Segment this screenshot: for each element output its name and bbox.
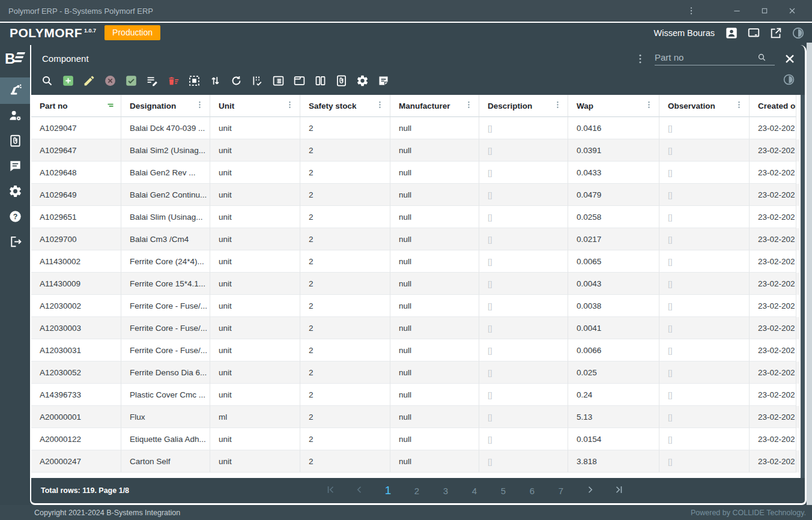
- table-wrap: Part noDesignationUnitSafety stockManufa…: [31, 95, 805, 478]
- panel-close-button[interactable]: [783, 52, 796, 65]
- column-menu-icon[interactable]: [195, 100, 205, 112]
- column-menu-icon[interactable]: [553, 100, 563, 112]
- column-menu-icon[interactable]: [375, 100, 385, 112]
- page-number-3[interactable]: 3: [437, 482, 455, 500]
- toolbar-delete-sweep-button[interactable]: [167, 76, 180, 88]
- toolbar-add-button[interactable]: [62, 76, 74, 88]
- last-page-button[interactable]: [610, 482, 628, 500]
- cell-description: []: [479, 428, 568, 450]
- toolbar-edit-list-button[interactable]: [146, 76, 159, 88]
- column-header-part-no[interactable]: Part no: [31, 95, 121, 117]
- table-row[interactable]: A11430009Ferrite Core 15*4.1...unit2null…: [31, 273, 799, 295]
- column-header-created-on[interactable]: Created on: [750, 95, 796, 117]
- cell-created-on: 23-02-202: [750, 184, 796, 206]
- page-number-5[interactable]: 5: [494, 482, 512, 500]
- sidebar-item-help[interactable]: ?: [0, 205, 30, 230]
- cell-designation: Flux: [121, 406, 210, 428]
- page-number-2[interactable]: 2: [408, 482, 426, 500]
- column-header-manufacturer[interactable]: Manufacturer: [390, 95, 479, 117]
- vertical-scrollbar[interactable]: [799, 95, 805, 478]
- table-row[interactable]: A1029651Balai Slim (Usinag...unit2null[]…: [31, 206, 799, 228]
- pagination-bar: Total rows: 119. Page 1/8 1234567: [31, 478, 805, 503]
- column-menu-icon[interactable]: [464, 100, 474, 112]
- panel-menu-button[interactable]: [634, 53, 646, 65]
- toolbar-refresh-button[interactable]: [230, 76, 243, 88]
- cell-created-on: 23-02-202: [750, 228, 796, 250]
- status-bar: Copyright 2021-2024 B-Systems Integratio…: [0, 505, 812, 520]
- toolbar-cancel-button[interactable]: [104, 76, 117, 88]
- table-row[interactable]: A1029647Balai Sim2 (Usinag...unit2null[]…: [31, 139, 799, 162]
- cell-unit: unit: [210, 295, 300, 317]
- table-row[interactable]: A12030003Ferrite Core - Fuse/...unit2nul…: [31, 317, 799, 339]
- table-row[interactable]: A11430002Ferrite Core (24*4)...unit2null…: [31, 250, 799, 273]
- toolbar-swap-vert-button[interactable]: [209, 76, 222, 88]
- column-header-wap[interactable]: Wap: [568, 95, 659, 117]
- display-mode-button[interactable]: [747, 26, 760, 40]
- toolbar-edit-button[interactable]: [83, 76, 95, 88]
- next-page-button[interactable]: [581, 482, 599, 500]
- column-menu-icon[interactable]: [285, 100, 295, 112]
- toolbar-search-button[interactable]: [41, 76, 53, 88]
- table-row[interactable]: A14396733Plastic Cover Cmc ...unit2null[…: [31, 384, 799, 406]
- column-header-observation[interactable]: Observation: [659, 95, 750, 117]
- page-scrollbar[interactable]: [807, 43, 812, 505]
- table-row[interactable]: A12030002Ferrite Core - Fuse/...unit2nul…: [31, 295, 799, 317]
- table-row[interactable]: A1029700Balai Cm3 /Cm4unit2null[]0.0217[…: [31, 228, 799, 250]
- sidebar-item-brand-logo[interactable]: B: [0, 46, 30, 73]
- column-header-unit[interactable]: Unit: [210, 95, 300, 117]
- search-submit-button[interactable]: [757, 52, 767, 62]
- column-menu-icon[interactable]: [644, 100, 654, 112]
- table-row[interactable]: A1029047Balai Dck 470-039 ...unit2null[]…: [31, 117, 799, 139]
- column-menu-icon[interactable]: [734, 100, 744, 112]
- page-number-6[interactable]: 6: [523, 482, 541, 500]
- sidebar-item-documents[interactable]: [0, 129, 30, 154]
- prev-page-button[interactable]: [350, 482, 368, 500]
- sidebar-item-users[interactable]: [0, 104, 30, 129]
- table-row[interactable]: A12030031Ferrite Core - Fuse/...unit2nul…: [31, 339, 799, 361]
- column-header-designation[interactable]: Designation: [121, 95, 210, 117]
- user-profile-button[interactable]: [725, 26, 738, 40]
- first-page-button[interactable]: [321, 482, 339, 500]
- column-header-description[interactable]: Description: [479, 95, 568, 117]
- open-external-button[interactable]: [769, 26, 783, 40]
- sidebar-item-messages[interactable]: [0, 154, 30, 180]
- table-row[interactable]: A12030052Ferrite Denso Dia 6...unit2null…: [31, 361, 799, 384]
- toolbar-validate-button[interactable]: [251, 76, 264, 88]
- search-input[interactable]: [655, 52, 757, 62]
- toolbar-confirm-button[interactable]: [125, 76, 138, 88]
- window-menu-button[interactable]: [680, 3, 703, 19]
- header-theme-toggle[interactable]: [792, 26, 805, 40]
- toolbar-attachment-button[interactable]: [335, 76, 348, 88]
- sidebar-item-production[interactable]: [0, 77, 30, 104]
- cell-unit: unit: [210, 250, 300, 273]
- cell-wap: 0.025: [568, 361, 659, 384]
- table-row[interactable]: A1029648Balai Gen2 Rev ...unit2null[]0.0…: [31, 162, 799, 184]
- page-number-1[interactable]: 1: [379, 482, 397, 500]
- sidebar-item-settings[interactable]: [0, 180, 30, 205]
- toolbar-window-tab-button[interactable]: [293, 76, 306, 88]
- panel-title: Component: [42, 53, 89, 64]
- cell-description: []: [479, 228, 568, 250]
- toolbar-split-view-button[interactable]: [314, 76, 327, 88]
- sidebar-item-logout[interactable]: [0, 230, 30, 255]
- table-row[interactable]: A20000122Etiquette Galia Adh...unit2null…: [31, 428, 799, 450]
- window-close-button[interactable]: [781, 3, 804, 19]
- window-maximize-button[interactable]: [753, 3, 776, 19]
- window-minimize-button[interactable]: [726, 3, 748, 19]
- chat-icon: [8, 159, 22, 175]
- cell-observation: []: [659, 206, 750, 228]
- table-row[interactable]: A1029649Balai Gen2 Continu...unit2null[]…: [31, 184, 799, 206]
- page-number-7[interactable]: 7: [552, 482, 570, 500]
- table-row[interactable]: A20000247Carton Selfunit2null[]3.818[]23…: [31, 450, 799, 473]
- toolbar-notes-button[interactable]: [377, 76, 390, 88]
- table-row[interactable]: A20000001Fluxml2null[]5.13[]23-02-202: [31, 406, 799, 428]
- column-header-safety-stock[interactable]: Safety stock: [300, 95, 390, 117]
- page-number-4[interactable]: 4: [465, 482, 483, 500]
- cell-wap: 0.0154: [568, 428, 659, 450]
- panel-theme-toggle[interactable]: [783, 74, 795, 87]
- toolbar-select-all-button[interactable]: [188, 76, 201, 88]
- toolbar-data-grid-button[interactable]: [272, 76, 285, 88]
- window-controls: [680, 3, 804, 19]
- toolbar-settings-button[interactable]: [356, 76, 369, 88]
- sort-indicator-icon[interactable]: [105, 100, 116, 112]
